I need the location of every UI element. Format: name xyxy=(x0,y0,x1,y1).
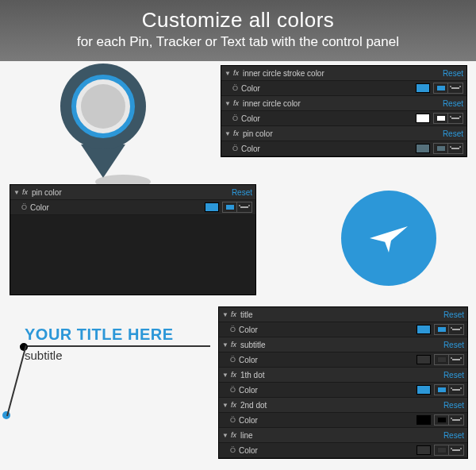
fx-icon: fx xyxy=(231,310,236,318)
stopwatch-icon[interactable]: Ö xyxy=(232,84,238,92)
link-icon[interactable] xyxy=(451,87,459,89)
link-icon[interactable] xyxy=(452,359,460,360)
color-swatch[interactable] xyxy=(416,445,431,455)
reset-link[interactable]: Reset xyxy=(443,431,464,440)
effect-header[interactable]: ▼fxpin colorReset xyxy=(221,126,466,141)
effect-name: 1th dot xyxy=(240,371,443,379)
stopwatch-icon[interactable]: Ö xyxy=(230,326,236,333)
paper-plane-icon xyxy=(365,214,413,262)
effect-color-row: ÖColor xyxy=(219,383,467,398)
color-control[interactable] xyxy=(433,113,463,124)
effect-header[interactable]: ▼fxsubtitleReset xyxy=(219,337,467,352)
effect-header[interactable]: ▼fxpin colorReset xyxy=(10,185,255,200)
fx-icon: fx xyxy=(22,188,28,196)
effect-name: 2nd dot xyxy=(240,401,443,410)
effect-name: pin color xyxy=(32,188,232,197)
reset-link[interactable]: Reset xyxy=(232,188,252,197)
color-label: Color xyxy=(239,356,416,364)
effect-color-row: ÖColor xyxy=(219,443,467,458)
color-swatch[interactable] xyxy=(205,202,219,212)
color-label: Color xyxy=(30,203,205,212)
effects-panel-text: ▼fxtitleResetÖColor▼fxsubtitleResetÖColo… xyxy=(218,306,468,459)
effect-name: inner circle stroke color xyxy=(243,69,443,78)
effect-color-row: ÖColor xyxy=(221,81,466,96)
color-label: Color xyxy=(241,114,416,123)
reset-link[interactable]: Reset xyxy=(443,371,464,379)
color-label: Color xyxy=(239,446,416,455)
color-control[interactable] xyxy=(434,414,464,426)
color-swatch[interactable] xyxy=(416,385,431,395)
text-preview: YOUR TITLE HERE subtitle xyxy=(20,326,210,362)
effect-color-row: ÖColor xyxy=(219,352,467,368)
color-swatch[interactable] xyxy=(416,415,431,425)
link-icon[interactable] xyxy=(452,329,460,330)
reset-link[interactable]: Reset xyxy=(443,341,464,349)
stopwatch-icon[interactable]: Ö xyxy=(230,416,236,424)
color-control[interactable] xyxy=(222,202,252,213)
link-icon[interactable] xyxy=(452,389,460,391)
effect-header[interactable]: ▼fxinner circle stroke colorReset xyxy=(221,66,466,81)
color-control[interactable] xyxy=(433,83,463,94)
effect-color-row: ÖColor xyxy=(221,141,466,156)
reset-link[interactable]: Reset xyxy=(443,69,463,78)
effect-header[interactable]: ▼fx2nd dotReset xyxy=(219,398,467,413)
effect-name: inner circle color xyxy=(243,99,443,108)
effect-header[interactable]: ▼fxinner circle colorReset xyxy=(221,96,466,111)
reset-link[interactable]: Reset xyxy=(443,401,464,410)
effects-panel-pin-detail: ▼fxinner circle stroke colorResetÖColor▼… xyxy=(221,65,467,157)
header-subtitle: for each Pin, Tracker or Text tab with t… xyxy=(0,34,476,50)
effect-name: subtitle xyxy=(240,341,443,349)
link-icon[interactable] xyxy=(451,148,459,149)
color-swatch[interactable] xyxy=(416,355,431,364)
twirl-down-icon[interactable]: ▼ xyxy=(222,341,228,349)
effect-name: title xyxy=(240,310,443,319)
effect-color-row: ÖColor xyxy=(10,200,255,215)
twirl-down-icon[interactable]: ▼ xyxy=(225,100,231,107)
title-line: YOUR TITLE HERE xyxy=(20,326,210,347)
reset-link[interactable]: Reset xyxy=(443,310,464,319)
fx-icon: fx xyxy=(231,431,236,439)
twirl-down-icon[interactable]: ▼ xyxy=(222,372,228,379)
preview-title: YOUR TITLE HERE xyxy=(25,326,174,343)
twirl-down-icon[interactable]: ▼ xyxy=(225,130,231,137)
color-control[interactable] xyxy=(434,354,464,365)
reset-link[interactable]: Reset xyxy=(443,99,463,108)
effect-header[interactable]: ▼fxtitleReset xyxy=(219,307,467,322)
svg-marker-0 xyxy=(370,226,408,252)
connector-line xyxy=(6,345,27,416)
header: Customize all colors for each Pin, Track… xyxy=(0,0,476,61)
color-control[interactable] xyxy=(434,324,464,335)
twirl-down-icon[interactable]: ▼ xyxy=(222,402,228,409)
pin-inner xyxy=(81,84,125,129)
twirl-down-icon[interactable]: ▼ xyxy=(222,432,228,439)
link-icon[interactable] xyxy=(240,206,248,208)
color-swatch[interactable] xyxy=(416,144,430,153)
effect-color-row: ÖColor xyxy=(219,322,467,337)
stopwatch-icon[interactable]: Ö xyxy=(230,446,236,454)
reset-link[interactable]: Reset xyxy=(443,129,463,138)
stopwatch-icon[interactable]: Ö xyxy=(230,356,236,364)
twirl-down-icon[interactable]: ▼ xyxy=(13,189,20,196)
color-control[interactable] xyxy=(434,445,464,456)
header-title: Customize all colors xyxy=(0,8,476,33)
effect-header[interactable]: ▼fx1th dotReset xyxy=(219,368,467,383)
stopwatch-icon[interactable]: Ö xyxy=(232,144,238,152)
link-icon[interactable] xyxy=(451,118,459,119)
stopwatch-icon[interactable]: Ö xyxy=(230,386,236,394)
color-label: Color xyxy=(241,144,416,153)
twirl-down-icon[interactable]: ▼ xyxy=(222,311,228,318)
effect-header[interactable]: ▼fxlineReset xyxy=(219,428,467,443)
stopwatch-icon[interactable]: Ö xyxy=(21,203,27,211)
pin-preview xyxy=(48,64,159,191)
link-icon[interactable] xyxy=(452,419,460,421)
color-swatch[interactable] xyxy=(416,114,430,123)
color-control[interactable] xyxy=(433,143,463,154)
twirl-down-icon[interactable]: ▼ xyxy=(225,70,231,77)
color-swatch[interactable] xyxy=(416,83,430,93)
effect-name: line xyxy=(240,431,443,440)
color-control[interactable] xyxy=(434,384,464,395)
color-swatch[interactable] xyxy=(416,325,431,334)
color-label: Color xyxy=(241,84,416,93)
stopwatch-icon[interactable]: Ö xyxy=(232,114,238,122)
link-icon[interactable] xyxy=(452,449,460,451)
